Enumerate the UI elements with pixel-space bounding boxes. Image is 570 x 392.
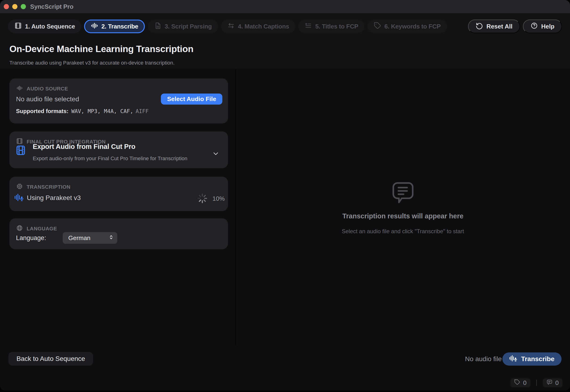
debug-overlay-badges: 0 0 bbox=[510, 378, 562, 387]
traffic-lights bbox=[0, 4, 26, 9]
titles-list-icon bbox=[305, 22, 312, 31]
help-button[interactable]: Help bbox=[523, 20, 562, 33]
formats-list-last: AIFF bbox=[136, 108, 149, 114]
help-label: Help bbox=[541, 23, 555, 30]
titlebar: SyncScript Pro bbox=[0, 0, 570, 13]
speech-bubble-icon bbox=[390, 181, 416, 205]
fcp-export-subtitle: Export audio-only from your Final Cut Pr… bbox=[33, 155, 187, 162]
language-label: Language: bbox=[16, 234, 46, 242]
reset-icon bbox=[475, 22, 483, 31]
results-empty-subtitle: Select an audio file and click "Transcri… bbox=[236, 228, 570, 235]
formats-list: WAV, MP3, M4A, CAF, bbox=[71, 108, 133, 114]
transcribe-button[interactable]: Transcribe bbox=[502, 352, 561, 366]
supported-formats: Supported formats: WAV, MP3, M4A, CAF, A… bbox=[16, 108, 149, 114]
tab-transcribe[interactable]: 2. Transcribe bbox=[84, 20, 145, 33]
tag-icon bbox=[374, 22, 381, 31]
page-title: On-Device Machine Learning Transcription bbox=[9, 44, 193, 54]
document-icon bbox=[154, 22, 162, 31]
tab-script-parsing[interactable]: 3. Script Parsing bbox=[148, 20, 218, 33]
comment-count: 0 bbox=[556, 379, 559, 387]
language-header: LANGUAGE bbox=[16, 224, 57, 233]
tab-label: 3. Script Parsing bbox=[165, 23, 212, 30]
step-toolbar: 1. Auto Sequence 2. Transcribe bbox=[0, 13, 570, 40]
page-subtitle: Transcribe audio using Parakeet v3 for a… bbox=[9, 60, 175, 66]
zoom-button[interactable] bbox=[21, 4, 26, 9]
waveform-icon bbox=[16, 84, 23, 93]
tab-keywords-to-fcp[interactable]: 6. Keywords to FCP bbox=[367, 20, 447, 33]
reset-all-button[interactable]: Reset All bbox=[468, 20, 520, 33]
transcribe-label: Transcribe bbox=[521, 355, 555, 363]
audio-source-card: AUDIO SOURCE No audio file selected Sele… bbox=[9, 78, 228, 124]
tab-label: 1. Auto Sequence bbox=[25, 23, 75, 30]
progress-percent: 10% bbox=[212, 195, 225, 202]
chevron-down-icon[interactable] bbox=[212, 150, 219, 157]
reset-all-label: Reset All bbox=[487, 23, 512, 30]
minimize-button[interactable] bbox=[12, 4, 17, 9]
footer-audio-status: No audio file bbox=[465, 355, 502, 363]
audio-source-header: AUDIO SOURCE bbox=[16, 84, 68, 93]
app-title: SyncScript Pro bbox=[30, 3, 73, 10]
transcription-header: TRANSCRIPTION bbox=[16, 183, 70, 191]
select-audio-file-button[interactable]: Select Audio File bbox=[161, 94, 222, 105]
close-button[interactable] bbox=[4, 4, 9, 9]
results-empty-title: Transcription results will appear here bbox=[236, 212, 570, 220]
language-select[interactable]: German bbox=[63, 232, 117, 244]
chip-icon bbox=[16, 183, 23, 191]
chevron-up-down-icon bbox=[108, 234, 114, 242]
tab-label: 5. Titles to FCP bbox=[315, 23, 358, 30]
fcp-integration-card: FINAL CUT PRO INTEGRATION Export Audio f… bbox=[9, 131, 228, 168]
waveform-icon bbox=[91, 22, 98, 31]
tab-titles-to-fcp[interactable]: 5. Titles to FCP bbox=[298, 20, 365, 33]
tag-count-badge[interactable]: 0 bbox=[510, 378, 530, 387]
filmstrip-icon bbox=[15, 145, 26, 156]
tab-label: 4. Match Captions bbox=[238, 23, 289, 30]
panel-divider bbox=[236, 69, 236, 345]
section-label: LANGUAGE bbox=[27, 226, 57, 232]
globe-icon bbox=[16, 224, 23, 233]
comment-count-badge[interactable]: 0 bbox=[543, 378, 562, 387]
section-label: AUDIO SOURCE bbox=[27, 86, 68, 92]
transcription-card: TRANSCRIPTION Using Parakeet v3 bbox=[9, 177, 228, 211]
tag-count: 0 bbox=[523, 379, 527, 387]
tag-icon bbox=[514, 379, 520, 387]
fcp-export-title: Export Audio from Final Cut Pro bbox=[33, 143, 135, 151]
tab-match-captions[interactable]: 4. Match Captions bbox=[221, 20, 295, 33]
section-label: TRANSCRIPTION bbox=[27, 184, 70, 190]
comment-bubble-icon bbox=[546, 379, 553, 387]
app-screen: SyncScript Pro 1. Auto Sequence bbox=[0, 0, 570, 392]
film-icon bbox=[14, 22, 22, 31]
arrows-swap-icon bbox=[227, 22, 235, 31]
tab-label: 6. Keywords to FCP bbox=[384, 23, 441, 30]
help-icon bbox=[530, 22, 538, 31]
progress-spinner bbox=[196, 193, 208, 204]
engine-label: Using Parakeet v3 bbox=[27, 194, 81, 202]
language-card: LANGUAGE Language: German bbox=[9, 218, 228, 249]
waveform-mic-icon bbox=[14, 193, 24, 202]
language-selected-value: German bbox=[68, 234, 90, 242]
fcp-export-disclosure[interactable]: Export Audio from Final Cut Pro Export a… bbox=[9, 131, 228, 168]
back-to-auto-sequence-button[interactable]: Back to Auto Sequence bbox=[9, 352, 93, 366]
tab-auto-sequence[interactable]: 1. Auto Sequence bbox=[8, 20, 81, 33]
tab-label: 2. Transcribe bbox=[101, 23, 138, 30]
badge-divider bbox=[536, 380, 537, 386]
app-window: SyncScript Pro 1. Auto Sequence bbox=[0, 0, 570, 391]
audio-file-status: No audio file selected bbox=[16, 94, 79, 105]
waveform-mic-icon bbox=[510, 354, 517, 364]
formats-label: Supported formats: bbox=[16, 108, 69, 114]
